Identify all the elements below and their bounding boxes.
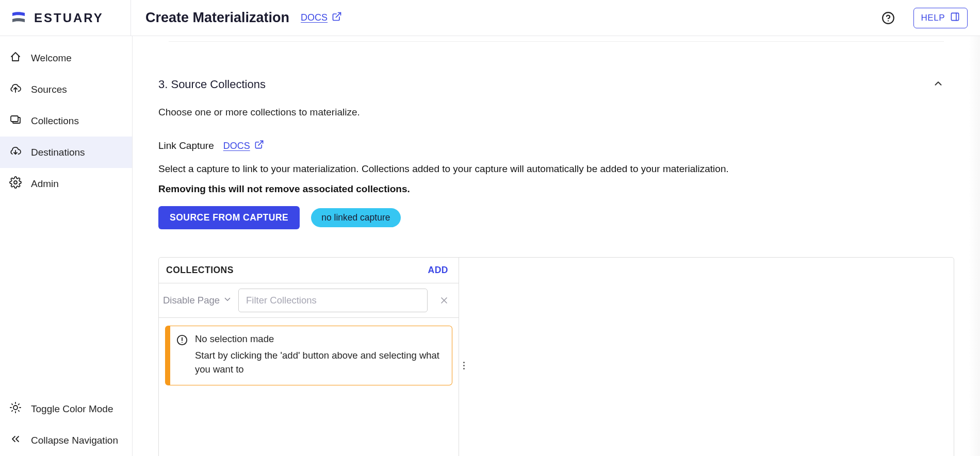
external-link-icon — [332, 11, 342, 24]
collapse-navigation[interactable]: Collapse Navigation — [0, 425, 132, 456]
sidebar-item-label: Sources — [31, 84, 67, 95]
panel-icon — [950, 12, 960, 24]
sidebar-item-label: Welcome — [31, 53, 72, 64]
drag-handle-icon — [463, 362, 465, 369]
sun-icon — [9, 401, 22, 416]
svg-point-9 — [13, 406, 18, 410]
sidebar-item-destinations[interactable]: Destinations — [0, 137, 132, 168]
cloud-download-icon — [9, 145, 22, 160]
section-title: 3. Source Collections — [158, 78, 266, 91]
disable-page-dropdown[interactable]: Disable Page — [161, 295, 234, 307]
link-capture-help-text: Select a capture to link to your materia… — [158, 161, 954, 176]
collections-header-label: COLLECTIONS — [166, 265, 234, 276]
collections-area: COLLECTIONS ADD Disable Page — [158, 257, 954, 456]
section-description: Choose one or more collections to materi… — [158, 107, 954, 118]
sidebar-item-sources[interactable]: Sources — [0, 74, 132, 105]
link-capture-docs-link[interactable]: DOCS — [223, 140, 264, 152]
warning-title: No selection made — [195, 333, 443, 345]
panel-resizer[interactable] — [459, 258, 468, 456]
sidebar-item-label: Admin — [31, 178, 59, 190]
toggle-color-mode[interactable]: Toggle Color Mode — [0, 393, 132, 425]
docs-label: DOCS — [301, 12, 328, 23]
no-selection-warning: No selection made Start by clicking the … — [165, 326, 452, 385]
help-button[interactable]: HELP — [913, 8, 968, 28]
warning-body: Start by clicking the 'add' button above… — [195, 349, 443, 377]
brand-name: ESTUARY — [34, 11, 104, 25]
svg-rect-6 — [11, 116, 18, 122]
no-linked-capture-chip: no linked capture — [311, 208, 400, 227]
sidebar-item-label: Destinations — [31, 147, 85, 158]
top-header: ESTUARY Create Materialization DOCS HELP — [0, 0, 980, 36]
docs-label: DOCS — [223, 141, 250, 151]
toggle-color-label: Toggle Color Mode — [31, 403, 113, 415]
link-capture-label: Link Capture — [158, 140, 214, 151]
svg-line-12 — [12, 404, 12, 404]
home-icon — [9, 50, 22, 65]
collapse-section-icon[interactable] — [933, 78, 944, 91]
cloud-upload-icon — [9, 82, 22, 97]
clear-filter-icon[interactable] — [432, 295, 456, 306]
help-circle-icon[interactable] — [881, 11, 895, 25]
svg-line-18 — [258, 141, 263, 145]
collections-detail-empty — [468, 258, 954, 456]
page-title: Create Materialization — [145, 10, 289, 26]
disable-page-label: Disable Page — [163, 295, 220, 306]
main-content: 3. Source Collections Choose one or more… — [133, 36, 980, 456]
chevron-down-icon — [223, 295, 232, 307]
external-link-icon — [254, 140, 264, 152]
source-from-capture-button[interactable]: SOURCE FROM CAPTURE — [158, 206, 300, 229]
svg-point-8 — [14, 181, 17, 184]
collapse-nav-label: Collapse Navigation — [31, 435, 118, 446]
brand-mark-icon — [9, 8, 28, 28]
sidebar-item-label: Collections — [31, 115, 79, 127]
sidebar: Welcome Sources Collections — [0, 36, 133, 456]
svg-line-13 — [19, 411, 19, 411]
scrollbar[interactable] — [969, 36, 980, 456]
sidebar-item-collections[interactable]: Collections — [0, 105, 132, 137]
sidebar-item-welcome[interactable]: Welcome — [0, 42, 132, 74]
add-collection-button[interactable]: ADD — [428, 265, 448, 276]
svg-line-17 — [19, 404, 19, 404]
link-capture-warning: Removing this will not remove associated… — [158, 183, 954, 195]
chevrons-left-icon — [9, 433, 22, 448]
gear-icon — [9, 176, 22, 191]
svg-line-0 — [336, 13, 340, 18]
filter-collections-input[interactable] — [238, 289, 428, 312]
docs-link[interactable]: DOCS — [301, 11, 342, 24]
database-icon — [9, 113, 22, 128]
sidebar-item-admin[interactable]: Admin — [0, 168, 132, 199]
brand-logo[interactable]: ESTUARY — [9, 8, 130, 28]
svg-line-16 — [12, 411, 12, 411]
warning-icon — [176, 334, 188, 377]
svg-rect-3 — [951, 13, 958, 20]
help-button-label: HELP — [921, 13, 945, 23]
collections-panel: COLLECTIONS ADD Disable Page — [159, 258, 459, 456]
